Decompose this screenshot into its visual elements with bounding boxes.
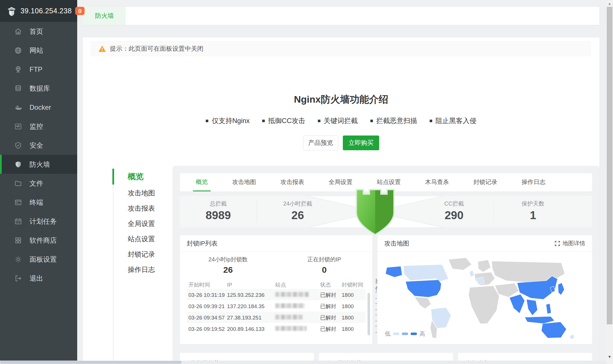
sidebar-item-logout[interactable]: 退出 [0, 269, 77, 288]
nav-item-operation-log[interactable]: 操作日志 [113, 262, 173, 277]
feature-item: 拦截恶意扫描 [370, 116, 417, 125]
sidebar-item-database[interactable]: 数据库 [0, 79, 77, 98]
sidebar-item-label: FTP [30, 65, 42, 73]
stat-total-blocked: 总拦截 8989 [183, 200, 254, 221]
sidebar-item-label: 软件商店 [30, 236, 57, 245]
sidebar-item-label: 监控 [30, 122, 43, 131]
table-scrollbar-thumb[interactable] [368, 293, 370, 335]
site-blurred [275, 303, 305, 308]
summary-active-blocks: 正在封锁的IP 0 [276, 256, 372, 275]
map-detail-link[interactable]: 地图详情 [555, 240, 585, 247]
site-blurred [275, 292, 309, 297]
map-region-canada [404, 264, 449, 282]
ptab-block-records[interactable]: 封锁记录 [471, 173, 500, 191]
top-tab-bar: 防火墙 [83, 7, 599, 25]
sidebar-item-home[interactable]: 首页 [0, 22, 77, 41]
feature-item: 仅支持Nginx [206, 116, 249, 125]
feature-list: 仅支持Nginx 抵御CC攻击 关键词拦截 拦截恶意扫描 阻止黑客入侵 [83, 116, 599, 125]
legend-swatch-high [411, 333, 417, 335]
ptab-attack-map[interactable]: 攻击地图 [229, 173, 259, 191]
sidebar-item-security[interactable]: 安全 [0, 136, 77, 155]
sidebar-item-terminal[interactable]: 终端 [0, 193, 77, 212]
intro-title: Nginx防火墙功能介绍 [83, 93, 599, 106]
legend-swatch-low [393, 333, 399, 335]
sidebar-item-files[interactable]: 文件 [0, 174, 77, 193]
sidebar-item-appstore[interactable]: 软件商店 [0, 231, 77, 250]
nav-item-site-settings[interactable]: 站点设置 [113, 231, 173, 247]
ptab-attack-report[interactable]: 攻击报表 [278, 173, 307, 191]
nav-item-overview[interactable]: 概览 [113, 168, 173, 185]
attack-map-header: 攻击地图 地图详情 [377, 235, 592, 252]
sidebar-menu: 首页 网站 FTP 数据库 Docker 监控 [0, 22, 77, 288]
blocked-ip-table: 开始时间 IP 站点 状态 封锁时间 操作 03-26 10:31:19 125… [187, 278, 366, 334]
legend-swatch-mid [402, 333, 408, 335]
sidebar-header: 39.106.254.238 0 [0, 0, 77, 22]
nav-item-attack-map[interactable]: 攻击地图 [113, 185, 173, 201]
scroll-down-arrow[interactable]: ▼ [606, 353, 613, 360]
square-bullet-icon [370, 120, 373, 122]
sidebar-item-monitor[interactable]: 监控 [0, 117, 77, 136]
docker-icon [14, 103, 22, 111]
sidebar-item-label: 数据库 [30, 84, 50, 93]
stats-strip: 总拦截 8989 24小时拦截 26 CC拦截 290 保护天数 1 [180, 196, 592, 228]
scroll-up-arrow[interactable]: ▲ [606, 0, 613, 7]
map-region-indochina [526, 299, 538, 316]
firewall-shield-icon [14, 160, 22, 168]
map-region-uk [469, 270, 474, 277]
database-icon [14, 84, 22, 92]
sidebar-item-label: Docker [30, 103, 51, 111]
legend-low-label: 低 [385, 330, 391, 338]
square-bullet-icon [430, 120, 432, 122]
nav-item-attack-report[interactable]: 攻击报表 [113, 201, 173, 216]
sidebar-item-ftp[interactable]: FTP [0, 60, 77, 79]
main-content: 提示：此页面可在面板设置中关闭 Nginx防火墙功能介绍 仅支持Nginx 抵御… [83, 37, 599, 364]
nav-item-block-records[interactable]: 封锁记录 [113, 247, 173, 262]
map-legend: 低 高 [385, 330, 425, 338]
ptab-global-settings[interactable]: 全局设置 [326, 173, 355, 191]
logout-icon [14, 274, 22, 282]
ptab-malware-scan[interactable]: 木马查杀 [422, 173, 452, 191]
product-preview-button[interactable]: 产品预览 [303, 136, 338, 150]
nav-item-global-settings[interactable]: 全局设置 [113, 216, 173, 231]
calendar-icon [14, 217, 22, 225]
server-ip[interactable]: 39.106.254.238 [20, 7, 72, 15]
map-region-india [509, 294, 525, 314]
warning-icon [98, 45, 106, 52]
map-region-greenland [449, 258, 472, 270]
sidebar-item-websites[interactable]: 网站 [0, 41, 77, 60]
bt-panel-firewall-page: 39.106.254.238 0 首页 网站 FTP 数据库 Docke [0, 0, 613, 364]
tab-firewall[interactable]: 防火墙 [83, 7, 126, 25]
ptab-operation-log[interactable]: 操作日志 [519, 173, 548, 191]
map-region-japan [558, 283, 564, 295]
app-store-icon [14, 236, 22, 244]
vertical-scrollbar[interactable]: ▲ ▼ [606, 0, 613, 364]
table-row: 03-26 09:34:57 27.38.193.251 已解封 1800 -- [187, 312, 366, 323]
monitor-icon [14, 122, 22, 130]
terminal-icon [14, 198, 22, 206]
sidebar-item-settings[interactable]: 面板设置 [0, 250, 77, 269]
square-bullet-icon [262, 120, 265, 122]
table-row: 03-26 09:39:21 137.220.184.35 已解封 1800 -… [187, 300, 366, 312]
ptab-overview[interactable]: 概览 [193, 173, 211, 191]
stat-cc-blocked: CC拦截 290 [420, 200, 488, 221]
sidebar-item-label: 首页 [30, 27, 43, 36]
table-row: 03-26 09:19:52 200.89.146.133 已解封 1800 -… [187, 323, 366, 334]
sidebar-item-firewall[interactable]: 防火墙 [0, 155, 77, 174]
stat-protected-days: 保护天数 1 [499, 200, 567, 221]
horizontal-scrollbar-thumb[interactable] [0, 361, 182, 364]
stat-24h-blocked: 24小时拦截 26 [262, 200, 333, 221]
map-region-usa [406, 280, 441, 297]
sidebar-item-docker[interactable]: Docker [0, 98, 77, 117]
sidebar-item-cron[interactable]: 计划任务 [0, 212, 77, 231]
message-count-badge[interactable]: 0 [75, 7, 85, 15]
overview-widget: 概览 攻击地图 攻击报表 全局设置 站点设置 木马查杀 封锁记录 操作日志 总拦… [173, 166, 599, 364]
vertical-scrollbar-thumb[interactable] [607, 7, 612, 324]
sidebar-item-label: 网站 [30, 46, 43, 55]
buy-now-button[interactable]: 立即购买 [343, 136, 379, 150]
map-region-scandinavia [478, 260, 491, 272]
horizontal-scrollbar[interactable] [0, 361, 606, 364]
table-row: 03-26 10:31:19 125.93.252.236 已解封 1800 -… [187, 289, 366, 300]
sidebar-item-label: 安全 [30, 141, 43, 150]
sidebar-item-label: 退出 [30, 274, 43, 283]
shield-check-icon [14, 141, 22, 149]
